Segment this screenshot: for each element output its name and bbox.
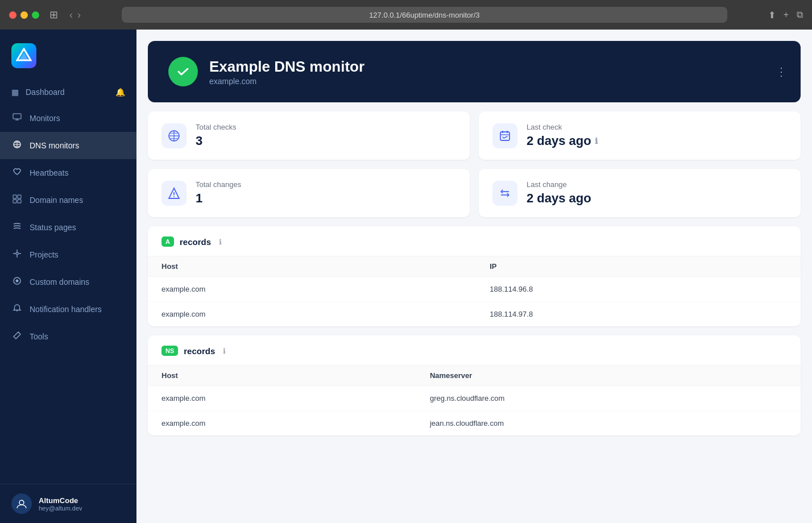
last-check-info-icon[interactable]: ℹ [595,136,598,146]
a-record-ip-1: 188.114.96.8 [476,277,801,302]
total-changes-icon-wrap [161,181,187,206]
stats-grid: Total checks 3 Last check 2 days ago [136,102,812,226]
sidebar-item-dns-monitors[interactable]: DNS monitors [0,132,136,159]
traffic-lights [9,11,39,19]
ns-record-badge: NS [161,346,178,356]
monitor-menu-button[interactable]: ⋮ [776,65,787,78]
notification-handlers-label: Notification handlers [30,305,102,314]
sidebar-item-heartbeats[interactable]: Heartbeats [0,159,136,186]
main-content: Example DNS monitor example.com ⋮ Total … [136,30,812,523]
nav-back[interactable]: ‹ [69,9,73,21]
monitor-header: Example DNS monitor example.com ⋮ [148,41,801,102]
dashboard-label: Dashboard [26,88,65,97]
ns-records-table: Host Nameserver example.com greg.ns.clou… [148,366,801,435]
notification-bell-icon[interactable]: 🔔 [115,88,125,97]
heartbeats-label: Heartbeats [30,168,68,177]
stat-card-total-changes: Total changes 1 [148,169,470,217]
browser-chrome: ⊞ ‹ › 127.0.0.1/66uptime/dns-monitor/3 ⬆… [0,0,812,30]
ns-records-info-icon[interactable]: ℹ [223,347,226,355]
svg-point-12 [16,252,18,255]
heartbeats-icon [11,167,23,179]
avatar [11,493,32,514]
minimize-button[interactable] [20,11,28,19]
monitors-label: Monitors [30,114,60,123]
user-email: hey@altum.dev [39,505,82,512]
total-checks-icon-wrap [161,123,187,148]
last-check-value: 2 days ago ℹ [527,134,598,148]
browser-nav: ‹ › [69,9,81,21]
monitor-title: Example DNS monitor [209,58,364,76]
svg-rect-9 [18,195,21,198]
custom-domains-icon [11,276,23,288]
sidebar-item-domain-names[interactable]: Domain names [0,186,136,214]
new-tab-icon[interactable]: + [784,10,789,20]
stat-card-last-check: Last check 2 days ago ℹ [479,111,801,160]
last-change-icon-wrap [492,181,517,206]
sidebar-item-custom-domains[interactable]: Custom domains [0,268,136,296]
stat-card-total-checks: Total checks 3 [148,111,470,160]
sidebar-item-tools[interactable]: Tools [0,323,136,350]
sidebar-item-dashboard[interactable]: ▦ Dashboard 🔔 [0,80,136,105]
svg-point-18 [16,280,19,283]
notification-handlers-icon [11,304,23,315]
a-record-host-1: example.com [148,277,476,302]
app: ▦ Dashboard 🔔 Monitors DNS monitors [0,30,812,523]
url-bar[interactable]: 127.0.0.1/66uptime/dns-monitor/3 [122,7,727,23]
svg-line-21 [18,332,19,333]
windows-icon[interactable]: ⧉ [797,10,803,20]
sidebar-item-status-pages[interactable]: Status pages [0,214,136,241]
last-change-value: 2 days ago [527,191,591,206]
table-row: example.com 188.114.97.8 [148,302,801,327]
ns-records-header: NS records ℹ [148,335,801,366]
sidebar: ▦ Dashboard 🔔 Monitors DNS monitors [0,30,136,523]
a-records-host-header: Host [148,256,476,277]
monitor-status-icon [168,57,198,86]
monitor-subtitle: example.com [209,77,364,86]
status-pages-icon [11,222,23,233]
sidebar-toggle[interactable]: ⊞ [49,9,58,21]
tools-icon [11,331,23,342]
total-changes-value: 1 [196,191,241,206]
svg-rect-11 [18,200,21,203]
ns-record-host-2: example.com [148,411,416,436]
status-pages-label: Status pages [30,223,76,232]
logo-icon [11,43,36,68]
a-records-title: records [180,237,211,247]
a-records-info-icon[interactable]: ℹ [219,238,222,246]
browser-actions: ⬆ + ⧉ [768,10,803,20]
svg-point-22 [19,500,24,505]
table-row: example.com greg.ns.cloudflare.com [148,386,801,411]
domain-names-label: Domain names [30,196,83,205]
total-checks-label: Total checks [196,123,237,131]
custom-domains-label: Custom domains [30,277,89,287]
ns-record-host-1: example.com [148,386,416,411]
stat-card-last-change: Last change 2 days ago [479,169,801,217]
content-area: Example DNS monitor example.com ⋮ Total … [136,41,812,456]
total-changes-text: Total changes 1 [196,180,241,206]
sidebar-item-monitors[interactable]: Monitors [0,105,136,132]
share-icon[interactable]: ⬆ [768,10,776,20]
sidebar-item-projects[interactable]: Projects [0,241,136,268]
table-row: example.com jean.ns.cloudflare.com [148,411,801,436]
ns-record-ns-2: jean.ns.cloudflare.com [416,411,801,436]
nav-forward[interactable]: › [77,9,81,21]
sidebar-logo [0,30,136,80]
dns-monitors-label: DNS monitors [30,141,79,150]
total-checks-text: Total checks 3 [196,123,237,148]
last-check-label: Last check [527,123,598,131]
last-check-text: Last check 2 days ago ℹ [527,123,598,148]
a-record-ip-2: 188.114.97.8 [476,302,801,327]
tools-label: Tools [30,332,48,341]
a-records-table: Host IP example.com 188.114.96.8 example… [148,256,801,326]
sidebar-footer: AltumCode hey@altum.dev [0,484,136,523]
maximize-button[interactable] [32,11,39,19]
last-change-label: Last change [527,180,591,189]
svg-point-32 [173,196,175,197]
last-check-icon-wrap [492,123,517,148]
svg-rect-26 [500,132,509,140]
url-text: 127.0.0.1/66uptime/dns-monitor/3 [369,11,479,19]
a-records-ip-header: IP [476,256,801,277]
ns-records-nameserver-header: Nameserver [416,366,801,386]
close-button[interactable] [9,11,16,19]
sidebar-item-notification-handlers[interactable]: Notification handlers [0,296,136,323]
